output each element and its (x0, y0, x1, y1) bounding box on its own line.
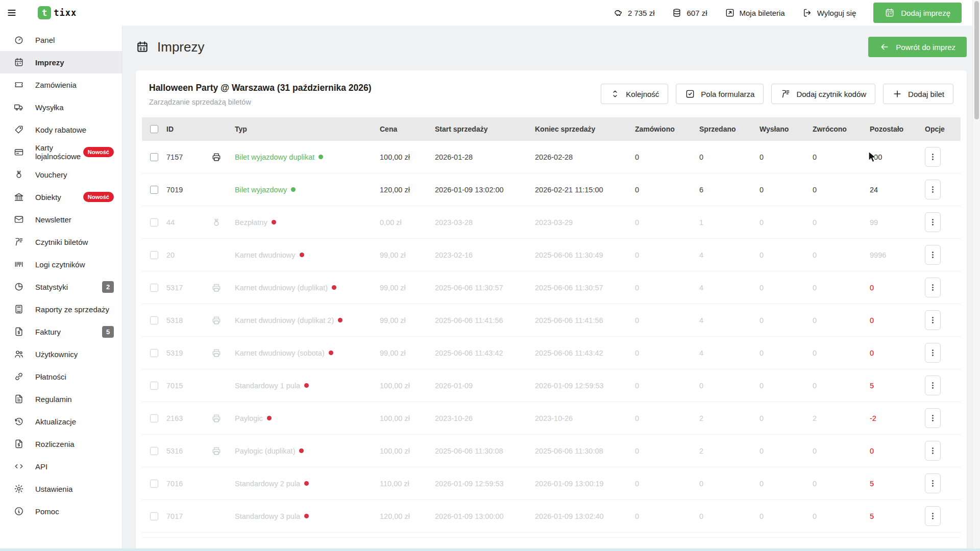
sidebar-item-rozliczenia[interactable]: Rozliczenia (0, 433, 122, 455)
sold-count: 4 (699, 284, 760, 292)
sidebar-item-ustawienia[interactable]: Ustawienia (0, 478, 122, 500)
row-options-button[interactable] (925, 441, 941, 461)
row-checkbox[interactable] (150, 480, 158, 488)
row-checkbox[interactable] (150, 316, 158, 324)
ticket-type-link[interactable]: Standardowy 2 pula (235, 480, 300, 488)
ticket-type-link[interactable]: Paylogic (235, 414, 263, 422)
row-options-button[interactable] (925, 506, 941, 526)
ticket-type-link[interactable]: Karnet dwudniowy (sobota) (235, 349, 325, 357)
sidebar-item-label: Obiekty (35, 193, 83, 202)
ticket-type-link[interactable]: Standardowy 1 pula (235, 382, 300, 390)
calendar-icon (136, 40, 149, 54)
row-checkbox[interactable] (150, 414, 158, 422)
ticket-icon (13, 80, 24, 90)
sidebar-item-panel[interactable]: Panel (0, 29, 122, 51)
sold-count: 6 (699, 186, 760, 194)
my-ticket-office-link[interactable]: Moja bileteria (725, 8, 785, 18)
table-row: 5317Karnet dwudniowy (duplikat)99,00 zł2… (142, 271, 961, 304)
sidebar-item-obiekty[interactable]: ObiektyNowość (0, 186, 122, 208)
sidebar-item-logi-czytnikow[interactable]: Logi czytników (0, 253, 122, 276)
sidebar-item-kody-rabatowe[interactable]: Kody rabatowe (0, 118, 122, 141)
sidebar-item-zamowienia[interactable]: Zamówienia (0, 73, 122, 96)
row-checkbox[interactable] (150, 186, 158, 194)
sale-end: 2023-03-29 (535, 218, 635, 227)
select-all-checkbox[interactable] (150, 125, 158, 133)
row-options-button[interactable] (925, 278, 941, 297)
dodaj-czytnik-kodow-button[interactable]: Dodaj czytnik kodów (771, 84, 875, 104)
back-to-events-button[interactable]: Powrót do imprez (868, 37, 967, 57)
row-checkbox[interactable] (150, 349, 158, 357)
sidebar-item-pomoc[interactable]: Pomoc (0, 500, 122, 522)
ticket-type-link[interactable]: Karnet dwudniowy (duplikat) (235, 284, 328, 292)
sidebar-item-api[interactable]: API (0, 455, 122, 478)
sidebar-item-newsletter[interactable]: Newsletter (0, 208, 122, 231)
sidebar-item-karty-lojalnosciowe[interactable]: Karty lojalnościoweNowość (0, 141, 122, 163)
sidebar-item-label: API (35, 462, 114, 471)
ticket-price: 100,00 zł (380, 447, 435, 455)
row-checkbox[interactable] (150, 218, 158, 227)
sidebar-item-regulamin[interactable]: Regulamin (0, 388, 122, 410)
sidebar-item-label: Kody rabatowe (35, 126, 114, 134)
sidebar-item-imprezy[interactable]: Imprezy (0, 51, 122, 73)
row-checkbox[interactable] (150, 153, 158, 161)
main-content: Imprezy Powrót do imprez Halloween Party… (122, 26, 980, 551)
ticket-type-link[interactable]: Karnet dwudniowy (duplikat 2) (235, 316, 334, 324)
table-row: 2163Paylogic100,00 zł2023-10-262023-10-2… (142, 402, 961, 435)
ticket-type-link[interactable]: Bilet wyjazdowy duplikat (235, 153, 314, 161)
row-checkbox[interactable] (150, 382, 158, 390)
sidebar-item-faktury[interactable]: Faktury5 (0, 320, 122, 343)
row-options-button[interactable] (925, 375, 941, 395)
hamburger-menu-icon[interactable] (0, 0, 23, 26)
row-checkbox[interactable] (150, 512, 158, 520)
ticket-type-link[interactable]: Karnet dwudniowy (235, 251, 296, 259)
row-checkbox[interactable] (150, 447, 158, 455)
ticket-type-link[interactable]: Standardowy 3 pula (235, 512, 300, 520)
row-checkbox[interactable] (150, 251, 158, 259)
add-event-button[interactable]: Dodaj imprezę (873, 3, 962, 23)
dots-vertical-icon (928, 283, 937, 292)
sidebar-item-wysylka[interactable]: Wysyłka (0, 96, 122, 118)
sidebar-item-uzytkownicy[interactable]: Użytkownicy (0, 343, 122, 365)
remaining-count: 0 (870, 447, 925, 455)
row-options-button[interactable] (925, 147, 941, 167)
row-options-button[interactable] (925, 343, 941, 363)
coins-balance[interactable]: 607 zł (672, 8, 707, 18)
status-dot-red (300, 253, 304, 257)
dodaj-bilet-button[interactable]: Dodaj bilet (883, 84, 953, 104)
sidebar-item-czytniki-biletow[interactable]: Czytniki biletów (0, 231, 122, 253)
sidebar-item-vouchery[interactable]: Vouchery (0, 163, 122, 186)
row-options-button[interactable] (925, 212, 941, 232)
ticket-type-link[interactable]: Bilet wyjazdowy (235, 186, 287, 194)
sidebar-item-label: Ustawienia (35, 485, 114, 493)
sidebar-item-raporty-ze-sprzedazy[interactable]: Raporty ze sprzedaży (0, 298, 122, 320)
logout-link[interactable]: Wyloguj się (802, 8, 856, 18)
ordered-count: 0 (635, 218, 699, 227)
sidebar-item-platnosci[interactable]: Płatności (0, 365, 122, 388)
sidebar-item-label: Logi czytników (35, 260, 114, 269)
column-header-cena: Cena (380, 125, 435, 133)
sale-start: 2023-10-26 (435, 414, 535, 422)
returned-count: 0 (813, 251, 870, 259)
row-checkbox[interactable] (150, 284, 158, 292)
sent-count: 0 (760, 414, 813, 422)
remaining-count: -2 (870, 414, 925, 422)
ticket-type-cell: Bezpłatny (235, 218, 380, 227)
scrollbar-thumb[interactable] (974, 1, 979, 119)
row-options-button[interactable] (925, 473, 941, 493)
app-logo[interactable]: t tixx (38, 6, 77, 19)
wallet-balance[interactable]: 2 735 zł (613, 8, 655, 18)
row-options-button[interactable] (925, 245, 941, 265)
ticket-type-link[interactable]: Bezpłatny (235, 218, 267, 227)
sidebar-item-statystyki[interactable]: Statystyki2 (0, 276, 122, 298)
row-options-button[interactable] (925, 408, 941, 428)
pola-formularza-button[interactable]: Pola formularza (676, 84, 764, 104)
ticket-type-link[interactable]: Paylogic (duplikat) (235, 447, 295, 455)
ticket-price: 120,00 zł (380, 186, 435, 194)
row-options-button[interactable] (925, 310, 941, 330)
row-options-button[interactable] (925, 180, 941, 199)
kolejnosc-button[interactable]: Kolejność (601, 84, 668, 104)
sold-count: 4 (699, 349, 760, 357)
dots-vertical-icon (928, 316, 937, 324)
pie-icon (13, 282, 24, 292)
sidebar-item-aktualizacje[interactable]: Aktualizacje (0, 410, 122, 433)
